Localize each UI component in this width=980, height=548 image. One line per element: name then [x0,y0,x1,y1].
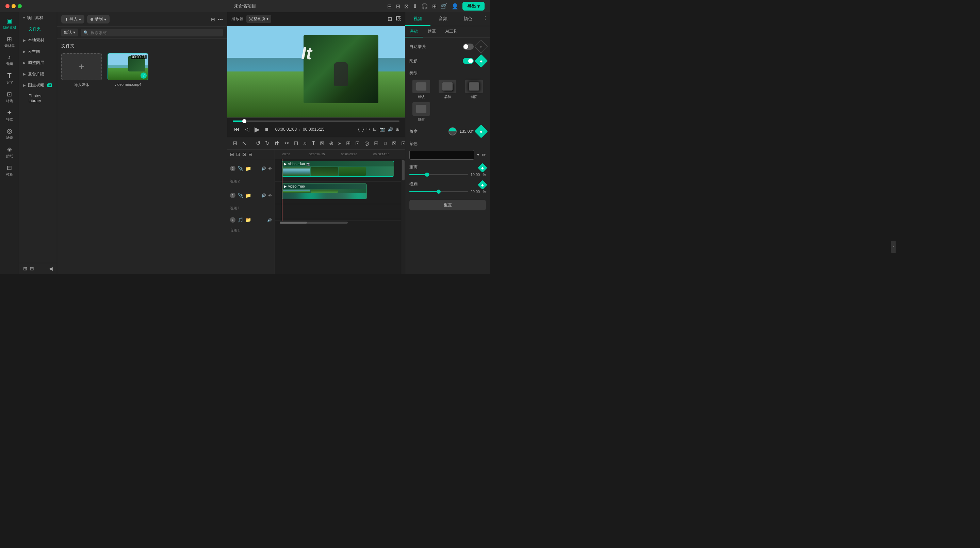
timeline-vscrollbar[interactable] [401,159,405,274]
tl-effect-btn[interactable]: ⊠ [318,139,326,147]
search-input[interactable] [91,30,220,35]
split-track-icon[interactable]: ⊠ [242,151,247,157]
timeline-hscrollbar[interactable] [275,221,401,225]
mark-in-icon[interactable]: { [358,127,360,132]
tl-delete-btn[interactable]: 🗑 [273,140,281,147]
type-spread[interactable]: 铺面 [462,80,486,99]
tab-video[interactable]: 视频 [405,12,430,26]
tl-audio2-btn[interactable]: ⊟ [372,139,380,147]
filter-options-icon[interactable]: ⊟ [211,17,215,22]
tl-swap-btn[interactable]: ⊡ [400,139,405,147]
sidebar-item-filter[interactable]: ◎ 滤镜 [2,125,18,142]
layout-icon[interactable]: ⊞ [432,3,437,10]
color-swatch[interactable] [409,150,474,159]
quality-select[interactable]: 完整画质 ▾ [247,15,271,23]
shadow-keyframe[interactable]: ◆ [474,54,488,68]
auto-enhance-toggle[interactable] [463,43,474,50]
blur-handle[interactable] [437,190,441,194]
grid-view-icon[interactable]: ⊞ [388,16,392,22]
tl-more-btn[interactable]: » [337,140,343,147]
track-eye-icon2[interactable]: 👁 [268,193,272,198]
add-media-thumb[interactable]: + [61,53,102,80]
more-options-icon[interactable]: ••• [218,17,223,22]
add-track-icon[interactable]: ⊞ [230,151,234,157]
import-button[interactable]: ⬇ 导入 ▾ [61,15,84,24]
playhead[interactable]: ✂ [282,159,282,221]
sidebar-item-library[interactable]: ⊞ 素材库 [2,33,18,50]
tl-redo-btn[interactable]: ↻ [264,139,271,147]
speed-icon[interactable]: ↦ [366,127,370,132]
monitor-icon[interactable]: ⊞ [396,3,400,10]
track-eye-icon[interactable]: 👁 [268,166,272,171]
progress-bar[interactable] [233,121,399,122]
filter-select[interactable]: 默认 ▾ [61,29,78,37]
type-soft[interactable]: 柔和 [436,80,460,99]
tab-color[interactable]: 颜色 [455,12,480,26]
mark-out-icon[interactable]: } [363,127,364,132]
pip-icon[interactable]: ⊞ [396,127,399,132]
minimize-button[interactable] [11,4,16,8]
shadow-toggle[interactable] [463,58,474,64]
delete-folder-icon[interactable]: ⊟ [30,266,34,271]
tl-merge-btn[interactable]: ⊕ [328,139,335,147]
sidebar-item-text[interactable]: T 文字 [2,70,18,87]
screen-share-icon[interactable]: ⊟ [387,3,392,10]
tab-audio[interactable]: 音频 [430,12,456,26]
tl-audio-btn[interactable]: ♫ [301,140,308,147]
fullscreen-icon[interactable]: ⊡ [373,127,377,132]
section-folder[interactable]: 文件夹 [19,24,57,35]
record-button[interactable]: 录制 ▾ [87,15,110,24]
add-media-item[interactable]: + 导入媒体 [61,53,102,88]
video-media-item[interactable]: 00:00:27 ✓ video-miao.mp4 [108,53,148,88]
more-props-icon[interactable]: ⋮ [480,12,490,26]
step-back-button[interactable]: ◁ [243,125,250,133]
distance-slider[interactable] [409,174,468,175]
subtab-ai[interactable]: AI工具 [441,26,462,37]
track-volume-icon3[interactable]: 🔊 [267,218,272,222]
clip-video2[interactable]: ▶ video-miao 📷 [282,161,394,177]
section-local[interactable]: ▶ 本地素材 [19,35,57,46]
type-default[interactable]: 默认 [409,80,433,99]
tl-trim-btn[interactable]: ⊡ [292,139,299,147]
sidebar-item-my-media[interactable]: ▣ 我的素材 [2,15,18,32]
timeline-content[interactable]: ✂ ▶ video-miao 📷 [275,159,401,274]
blur-slider[interactable] [409,191,468,192]
maximize-button[interactable] [18,4,22,8]
headphone-icon[interactable]: 🎧 [421,3,428,10]
section-photos[interactable]: Photos Library [19,91,57,106]
play-button[interactable]: ▶ [253,124,261,134]
tl-record-btn[interactable]: ⊠ [391,139,398,147]
subtab-basic[interactable]: 基础 [405,26,423,37]
tl-undo-btn[interactable]: ↺ [255,139,262,147]
angle-keyframe[interactable]: ◆ [474,124,488,138]
download-icon[interactable]: ⬇ [413,3,417,10]
distance-keyframe[interactable]: ◆ [478,163,487,172]
cart-icon[interactable]: 🛒 [441,3,447,10]
volume-icon[interactable]: 🔊 [388,127,393,132]
tl-select-btn[interactable]: ↖ [240,139,248,147]
subtab-mask[interactable]: 遮罩 [423,26,441,37]
rewind-button[interactable]: ⏮ [233,126,241,133]
clip-video1[interactable]: ▶ video-miao [282,183,367,199]
grid-icon[interactable]: ⊠ [404,3,409,10]
snapshot-icon[interactable]: 📷 [379,127,385,132]
section-compound[interactable]: ▶ 复合片段 [19,68,57,80]
tl-pip-btn[interactable]: ⊞ [345,139,352,147]
close-button[interactable] [5,4,10,8]
tl-loop-btn[interactable]: ⊡ [354,139,361,147]
track-volume-icon2[interactable]: 🔊 [261,193,266,198]
progress-handle[interactable] [242,119,247,123]
link-track-icon[interactable]: ⊡ [236,151,240,157]
section-adjust[interactable]: ▶ 调整图层 [19,57,57,68]
section-aigc[interactable]: ▶ 图生视频 AI [19,80,57,91]
distance-handle[interactable] [425,172,429,177]
track-volume-icon[interactable]: 🔊 [261,166,266,171]
group-track-icon[interactable]: ⊟ [248,151,253,157]
blur-keyframe[interactable]: ◆ [478,180,487,190]
sidebar-item-transition[interactable]: ⊡ 转场 [2,89,18,105]
collapse-panel-icon[interactable]: ◀ [49,266,53,271]
tl-text-btn[interactable]: T [310,140,317,147]
type-cast[interactable]: 投射 [409,102,433,122]
section-project-assets[interactable]: ▾ 项目素材 [19,12,57,24]
sidebar-item-effects[interactable]: ✦ 特效 [2,107,18,124]
